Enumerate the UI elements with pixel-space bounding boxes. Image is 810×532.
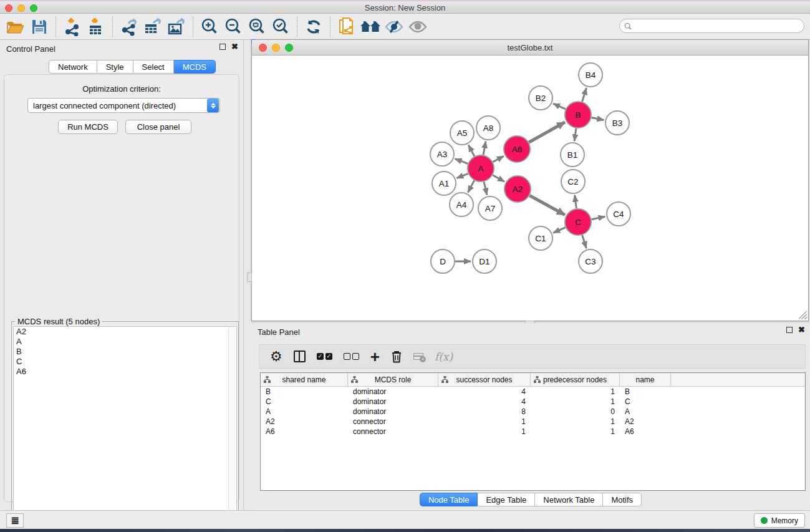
delete-column-button[interactable] — [391, 350, 402, 363]
table-cell[interactable]: A6 — [261, 427, 348, 436]
table-cell[interactable]: 4 — [438, 397, 531, 406]
export-image-button[interactable] — [165, 16, 188, 37]
deselect-all-button[interactable] — [344, 353, 359, 360]
table-cell[interactable]: B — [620, 387, 671, 396]
table-cell[interactable]: 1 — [531, 417, 620, 426]
graph-edge-A-A5[interactable] — [468, 145, 475, 156]
graph-edge-A-A2[interactable] — [493, 175, 504, 182]
table-row[interactable]: Cdominator41C — [261, 397, 805, 407]
result-item[interactable]: A2 — [14, 327, 236, 337]
graph-edge-C-C1[interactable] — [553, 228, 566, 233]
table-row[interactable]: A2connector11A2 — [261, 417, 805, 427]
graph-node-C1[interactable]: C1 — [529, 226, 552, 250]
table-settings-button[interactable]: ⚙ — [270, 350, 282, 364]
network-from-file-button[interactable] — [335, 16, 359, 37]
column-header-predecessor-nodes[interactable]: predecessor nodes — [531, 373, 620, 386]
graph-node-A3[interactable]: A3 — [430, 142, 454, 166]
show-panels-button[interactable]: ≣ — [6, 513, 24, 528]
open-session-button[interactable] — [4, 16, 27, 37]
table-cell[interactable]: dominator — [348, 387, 438, 396]
table-cell[interactable]: A2 — [620, 417, 671, 426]
table-row[interactable]: Bdominator41B — [261, 387, 805, 397]
mcds-result-list[interactable]: A2ABCA6 — [13, 326, 237, 526]
table-cell[interactable]: A — [261, 407, 348, 416]
column-header-name[interactable]: name — [620, 373, 671, 386]
graph-node-C[interactable]: C — [565, 209, 591, 235]
zoom-in-button[interactable] — [198, 16, 221, 37]
graph-node-B4[interactable]: B4 — [579, 63, 602, 87]
graph-edge-A-A1[interactable] — [456, 173, 468, 178]
table-cell[interactable]: C — [620, 397, 671, 406]
table-row[interactable]: Adominator80A — [261, 407, 805, 417]
float-table-panel-icon[interactable] — [786, 327, 793, 333]
graph-node-C2[interactable]: C2 — [561, 170, 585, 193]
table-cell[interactable]: 1 — [531, 387, 620, 396]
zoom-fit-button[interactable] — [245, 16, 269, 37]
network-window-titlebar[interactable]: testGlobe.txt — [252, 40, 808, 56]
table-row[interactable]: A6connector11A6 — [261, 427, 805, 437]
graph-node-A4[interactable]: A4 — [450, 193, 473, 216]
table-cell[interactable]: 1 — [531, 397, 620, 406]
close-panel-icon[interactable]: ✖ — [231, 44, 238, 50]
show-graphics-button[interactable] — [406, 16, 430, 37]
table-cell[interactable]: 1 — [438, 427, 531, 436]
show-all-levels-button[interactable] — [359, 16, 382, 37]
import-network-button[interactable] — [60, 16, 84, 37]
memory-button[interactable]: Memory — [754, 513, 805, 528]
table-cell[interactable]: 4 — [438, 387, 531, 396]
graph-node-B2[interactable]: B2 — [529, 86, 552, 110]
graph-edge-A-A7[interactable] — [484, 181, 487, 195]
graph-node-A1[interactable]: A1 — [432, 172, 456, 195]
export-table-button[interactable] — [141, 16, 165, 37]
table-cell[interactable]: 1 — [531, 427, 620, 436]
graph-node-B[interactable]: B — [565, 102, 591, 128]
graph-edge-A-A8[interactable] — [483, 142, 486, 155]
search-field[interactable] — [619, 19, 804, 33]
tab-edge-table[interactable]: Edge Table — [478, 493, 535, 506]
refresh-button[interactable] — [302, 16, 325, 37]
graph-node-D[interactable]: D — [431, 249, 455, 273]
graph-node-B1[interactable]: B1 — [561, 143, 584, 167]
graph-edge-B-B4[interactable] — [582, 88, 587, 102]
criterion-dropdown[interactable]: largest connected component (directed) — [27, 98, 220, 113]
tab-node-table[interactable]: Node Table — [420, 493, 478, 506]
export-network-button[interactable] — [117, 16, 141, 37]
close-panel-button[interactable]: Close panel — [125, 120, 191, 134]
run-mcds-button[interactable]: Run MCDS — [58, 120, 118, 134]
splitter-expand-left[interactable] — [247, 273, 252, 282]
network-canvas[interactable]: B4B2BB3A5A8A6B1A3AA1C2A2A4A7C4CC1C3DD1 — [252, 56, 808, 321]
graph-edge-A-A6[interactable] — [493, 156, 503, 162]
result-item[interactable]: A — [14, 337, 236, 347]
graph-node-D1[interactable]: D1 — [473, 249, 496, 273]
import-table-button[interactable] — [84, 16, 108, 37]
table-cell[interactable]: B — [261, 387, 348, 396]
result-list-scrollbar[interactable] — [228, 327, 236, 526]
column-header-MCDS-role[interactable]: MCDS role — [348, 373, 438, 386]
graph-node-A7[interactable]: A7 — [478, 196, 502, 220]
graph-node-A2[interactable]: A2 — [504, 176, 531, 202]
graph-node-C3[interactable]: C3 — [579, 249, 602, 273]
save-session-button[interactable] — [27, 16, 51, 37]
zoom-out-button[interactable] — [221, 16, 245, 37]
show-columns-button[interactable] — [294, 351, 306, 362]
table-cell[interactable]: connector — [348, 427, 438, 436]
tab-network[interactable]: Network — [49, 60, 97, 74]
zoom-selected-button[interactable] — [269, 16, 292, 37]
graph-node-A[interactable]: A — [468, 155, 494, 181]
table-cell[interactable]: A2 — [261, 417, 348, 426]
graph-edge-A-A4[interactable] — [468, 180, 474, 192]
table-cell[interactable]: C — [261, 397, 348, 406]
tab-select[interactable]: Select — [133, 60, 174, 74]
graph-edge-A6-B[interactable] — [529, 122, 565, 142]
column-header-shared-name[interactable]: shared name — [261, 373, 348, 386]
tab-motifs[interactable]: Motifs — [603, 493, 642, 506]
table-cell[interactable]: A — [620, 407, 671, 416]
table-cell[interactable]: 0 — [531, 407, 620, 416]
close-table-panel-icon[interactable]: ✖ — [798, 327, 805, 333]
graph-node-B3[interactable]: B3 — [605, 111, 629, 135]
graph-edge-C-C2[interactable] — [575, 195, 577, 208]
graph-edge-C-C4[interactable] — [592, 216, 605, 219]
result-item[interactable]: B — [14, 347, 236, 357]
graph-edge-C-C3[interactable] — [582, 235, 587, 248]
result-item[interactable]: A6 — [14, 367, 236, 377]
